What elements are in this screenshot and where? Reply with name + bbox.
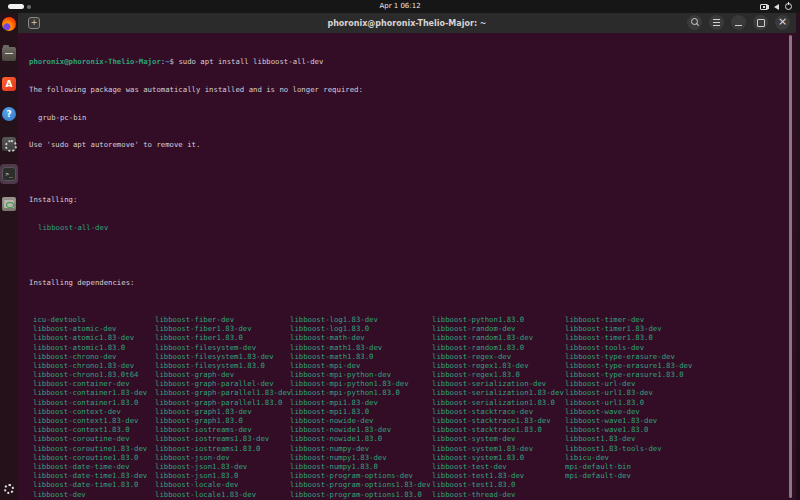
package-name: libboost-program-options1.83.0 (290, 490, 431, 499)
package-name: libboost-numpy1.83.0 (290, 462, 431, 471)
autoremove-notice: The following package was automatically … (29, 85, 792, 94)
volume-icon (774, 4, 779, 10)
show-apps-button[interactable] (4, 484, 14, 494)
autoremove-hint: Use 'sudo apt autoremove' to remove it. (29, 140, 792, 149)
package-name: libboost-stacktrace-dev (432, 407, 564, 416)
package-name: libboost-random1.83-dev (432, 333, 564, 342)
package-name: libboost-thread-dev (432, 490, 564, 499)
package-name: libboost-wave1.83.0 (565, 425, 692, 434)
package-name: libboost-random-dev (432, 324, 564, 333)
autoremove-package: grub-pc-bin (29, 113, 792, 122)
package-name: libboost-test-dev (432, 462, 564, 471)
workspace-indicator[interactable] (8, 4, 31, 9)
package-name: libboost-math-dev (290, 333, 431, 342)
package-name: libboost-type-erasure1.83-dev (565, 361, 692, 370)
package-name: libboost-filesystem-dev (155, 343, 291, 352)
maximize-button[interactable] (753, 15, 768, 30)
package-name: libboost-graph1.83.0 (155, 416, 291, 425)
menu-icon[interactable] (709, 15, 724, 30)
package-name: libboost-context1.83-dev (33, 416, 147, 425)
package-name: libboost-nowide-dev (290, 416, 431, 425)
dock-item-app-center[interactable]: A (2, 77, 16, 91)
package-name: libboost-filesystem1.83.0 (155, 361, 291, 370)
package-name: libboost-iostreams1.83.0 (155, 444, 291, 453)
package-name: libboost-json-dev (155, 453, 291, 462)
package-name: libboost-mpi-python1.83.0 (290, 388, 431, 397)
package-name: libboost-container1.83-dev (33, 388, 147, 397)
package-name: libboost-mpi1.83.0 (290, 407, 431, 416)
package-name: libboost-container-dev (33, 379, 147, 388)
dependency-column-3: libboost-log1.83-devlibboost-log1.83.0li… (290, 315, 431, 500)
package-name: libboost-timer-dev (565, 315, 692, 324)
package-name: libboost-system1.83-dev (432, 444, 564, 453)
package-name: libboost-coroutine-dev (33, 434, 147, 443)
package-name: libboost-url1.83.0 (565, 398, 692, 407)
package-name: libboost-numpy-dev (290, 444, 431, 453)
minimize-button[interactable] (731, 15, 746, 30)
dock-item-firefox[interactable] (2, 17, 16, 31)
package-name: libboost-wave1.83-dev (565, 416, 692, 425)
terminal-titlebar[interactable]: + phoronix@phoronix-Thelio-Major: ~ (18, 13, 796, 33)
installing-package: libboost-all-dev (29, 223, 792, 232)
package-name: libboost-atomic-dev (33, 324, 147, 333)
window-title: phoronix@phoronix-Thelio-Major: ~ (18, 19, 796, 28)
package-name: libboost-iostreams-dev (155, 425, 291, 434)
package-name: libboost-fiber1.83-dev (155, 324, 291, 333)
command-text: sudo apt install libboost-all-dev (178, 57, 323, 66)
terminal-content[interactable]: phoronix@phoronix-Thelio-Major:~$ sudo a… (18, 33, 796, 500)
package-name: libboost-tools-dev (565, 343, 692, 352)
package-name: libboost-math1.83-dev (290, 343, 431, 352)
package-name: libboost-regex1.83-dev (432, 361, 564, 370)
package-name: libboost-mpi-python-dev (290, 370, 431, 379)
package-name: libboost1.83-dev (565, 434, 692, 443)
clock[interactable]: Apr 1 06:12 (0, 0, 800, 13)
package-name: libboost-system1.83.0 (432, 453, 564, 462)
package-name: libboost-chrono-dev (33, 352, 147, 361)
package-name: libboost-date-time1.83-dev (33, 471, 147, 480)
package-name: libboost-url1.83-dev (565, 388, 692, 397)
package-name: libboost-date-time1.83.0 (33, 480, 147, 489)
package-name: libboost-program-options-dev (290, 471, 431, 480)
package-name: libboost-atomic1.83-dev (33, 333, 147, 342)
package-name: libboost-graph1.83-dev (155, 407, 291, 416)
package-name: libboost-test1.83.0 (432, 480, 564, 489)
package-name: libboost-log1.83.0 (290, 324, 431, 333)
package-name: libboost-fiber1.83.0 (155, 333, 291, 342)
close-button[interactable] (775, 15, 790, 30)
package-name: libboost-timer1.83-dev (565, 324, 692, 333)
workspace-dot-inactive (27, 5, 31, 9)
new-tab-button[interactable]: + (28, 17, 40, 29)
package-name: libboost-serialization1.83.0 (432, 398, 564, 407)
terminal-window: + phoronix@phoronix-Thelio-Major: ~ phor… (18, 13, 796, 500)
package-name: libboost-fiber-dev (155, 315, 291, 324)
package-name: libboost-url-dev (565, 379, 692, 388)
dependency-column-2: libboost-fiber-devlibboost-fiber1.83-dev… (155, 315, 291, 500)
package-name: libboost-test1.83-dev (432, 471, 564, 480)
package-name: libboost-wave-dev (565, 407, 692, 416)
dock-item-files[interactable] (2, 47, 16, 61)
dock-item-settings[interactable] (2, 137, 16, 151)
blank-line (29, 251, 792, 260)
package-name: libboost-regex-dev (432, 352, 564, 361)
package-name: libboost-type-erasure-dev (565, 352, 692, 361)
dock-item-terminal-active[interactable]: >_ (2, 167, 16, 181)
package-name: libboost-python1.83.0 (432, 315, 564, 324)
prompt-line: phoronix@phoronix-Thelio-Major:~$ sudo a… (29, 57, 792, 66)
package-name: libboost-chrono1.83-dev (33, 361, 147, 370)
package-name: libboost-json1.83-dev (155, 462, 291, 471)
package-name: mpi-default-dev (565, 471, 692, 480)
package-name: libboost-numpy1.83-dev (290, 453, 431, 462)
terminal-scrollbar[interactable] (789, 35, 792, 498)
package-name: libboost-nowide1.83-dev (290, 425, 431, 434)
package-name: libboost-stacktrace1.83.0 (432, 425, 564, 434)
package-name: libboost-filesystem1.83-dev (155, 352, 291, 361)
package-name: libboost-type-erasure1.83.0 (565, 370, 692, 379)
dock-item-help[interactable]: ? (2, 107, 16, 121)
search-icon[interactable] (687, 15, 702, 30)
package-name: libboost-program-options1.83-dev (290, 480, 431, 489)
system-tray[interactable] (760, 3, 792, 10)
dock-item-trash[interactable] (2, 197, 16, 211)
package-name: libicu-dev (565, 453, 692, 462)
package-name: libboost-mpi-dev (290, 361, 431, 370)
installing-header: Installing: (29, 195, 792, 204)
